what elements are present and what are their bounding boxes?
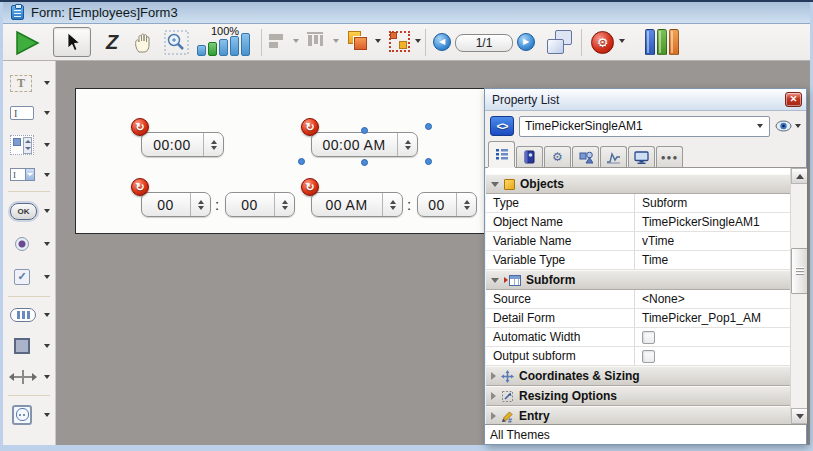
- palette-splitter[interactable]: [3, 361, 55, 392]
- scroll-up-button[interactable]: [791, 168, 807, 184]
- subform-dropdown-arrow-icon[interactable]: [44, 413, 50, 417]
- property-list-titlebar[interactable]: Property List ✕: [485, 89, 806, 111]
- previous-page-button[interactable]: ◀: [433, 33, 451, 51]
- palette-radio-button[interactable]: [3, 227, 55, 260]
- tab-objects[interactable]: [572, 146, 599, 167]
- section-header-coordinates[interactable]: Coordinates & Sizing: [486, 366, 790, 386]
- property-value-object-name[interactable]: TimePickerSingleAM1: [634, 213, 790, 231]
- timepicker-widget-split-24h[interactable]: ↻ 00 : 00: [141, 192, 295, 217]
- move-tool-button[interactable]: [129, 28, 159, 57]
- zoom-bar-4[interactable]: [230, 36, 239, 56]
- palette-text-input[interactable]: I: [3, 98, 55, 128]
- code-editor-icon[interactable]: <>: [490, 116, 514, 136]
- property-value-source[interactable]: <None>: [634, 290, 790, 308]
- palette-combo-box[interactable]: I: [3, 161, 55, 188]
- library-button[interactable]: [645, 29, 679, 55]
- zoom-bar-5[interactable]: [241, 33, 250, 56]
- palette-subform[interactable]: [3, 399, 55, 430]
- group-dropdown-arrow-icon[interactable]: [415, 39, 421, 43]
- window-titlebar[interactable]: Form: [Employees]Form3: [3, 2, 810, 24]
- static-text-dropdown-arrow-icon[interactable]: [44, 81, 50, 85]
- tab-settings[interactable]: ⚙: [544, 146, 571, 167]
- palette-checkbox[interactable]: ✓: [3, 260, 55, 293]
- timepicker-widget-split-am[interactable]: ↻ 00 AM : 00: [311, 192, 477, 217]
- palette-button-grid[interactable]: [3, 300, 55, 330]
- zoom-bar-1[interactable]: [197, 45, 206, 56]
- combo-box-dropdown-arrow-icon[interactable]: [44, 173, 50, 177]
- splitter-dropdown-arrow-icon[interactable]: [44, 375, 50, 379]
- text-input-dropdown-arrow-icon[interactable]: [44, 111, 50, 115]
- distribution-dropdown-arrow-icon[interactable]: [333, 39, 339, 43]
- page-indicator-field[interactable]: 1/1: [455, 34, 513, 52]
- group-menu-button[interactable]: [389, 31, 410, 52]
- alignment-dropdown-arrow-icon[interactable]: [293, 39, 299, 43]
- list-box-dropdown-arrow-icon[interactable]: [44, 143, 50, 147]
- select-tool-button[interactable]: [53, 27, 91, 57]
- zoom-bar-current[interactable]: [208, 42, 217, 56]
- stepper-arrows-icon[interactable]: [274, 193, 294, 216]
- scrollbar-thumb[interactable]: [791, 248, 807, 294]
- button-dropdown-arrow-icon[interactable]: [44, 209, 50, 213]
- stepper-arrows-icon[interactable]: [190, 193, 210, 216]
- selection-handle-top-right[interactable]: [425, 123, 432, 130]
- alignment-menu-button[interactable]: [269, 33, 285, 47]
- section-header-objects[interactable]: Objects: [486, 174, 790, 194]
- hours-stepper[interactable]: 00: [141, 192, 211, 217]
- property-value-type[interactable]: Subform: [634, 194, 790, 212]
- checkbox-dropdown-arrow-icon[interactable]: [44, 275, 50, 279]
- palette-list-box[interactable]: [3, 128, 55, 161]
- section-header-entry[interactable]: # Entry: [486, 406, 790, 424]
- palette-button[interactable]: OK: [3, 195, 55, 227]
- level-dropdown-arrow-icon[interactable]: [375, 39, 381, 43]
- palette-rectangle[interactable]: [3, 330, 55, 361]
- selection-handle-top-center[interactable]: [361, 127, 368, 134]
- button-grid-dropdown-arrow-icon[interactable]: [44, 313, 50, 317]
- tab-events[interactable]: [600, 146, 627, 167]
- zoom-level-control[interactable]: 100%: [193, 25, 257, 59]
- tab-more[interactable]: ●●●: [656, 146, 683, 167]
- close-icon[interactable]: ✕: [785, 92, 802, 107]
- section-header-resizing[interactable]: Resizing Options: [486, 386, 790, 406]
- property-scrollbar[interactable]: [790, 168, 807, 424]
- themes-filter-bar[interactable]: All Themes: [485, 424, 806, 444]
- stepper-arrows-icon[interactable]: [397, 133, 417, 156]
- timepicker-widget-24h[interactable]: ↻ 00:00: [141, 132, 224, 157]
- distribution-menu-button[interactable]: [307, 32, 325, 46]
- property-value-detail-form[interactable]: TimePicker_Pop1_AM: [634, 309, 790, 327]
- property-value-variable-name[interactable]: vTime: [634, 232, 790, 250]
- radio-dropdown-arrow-icon[interactable]: [44, 242, 50, 246]
- selection-handle-bottom-center[interactable]: [361, 159, 368, 166]
- zoom-tool-button[interactable]: [161, 28, 191, 57]
- timepicker-widget-am-selected[interactable]: ↻ 00:00 AM: [311, 132, 418, 157]
- tab-property-list[interactable]: [488, 141, 515, 167]
- stepper-arrows-icon[interactable]: [203, 133, 223, 156]
- selected-object-combobox[interactable]: TimePickerSingleAM1: [519, 116, 770, 137]
- palette-static-text[interactable]: T: [3, 68, 55, 98]
- stepper-arrows-icon[interactable]: [382, 193, 402, 216]
- zoom-bar-3[interactable]: [219, 39, 228, 56]
- hours-am-stepper[interactable]: 00 AM: [311, 192, 403, 217]
- tab-database[interactable]: [516, 146, 543, 167]
- level-menu-button[interactable]: [347, 30, 369, 52]
- rectangle-dropdown-arrow-icon[interactable]: [44, 344, 50, 348]
- selection-handle-bottom-left[interactable]: [298, 158, 305, 165]
- stepper-arrows-icon[interactable]: [456, 193, 476, 216]
- property-value-variable-type[interactable]: Time: [634, 251, 790, 269]
- next-page-button[interactable]: ▶: [517, 33, 535, 51]
- object-actions-button[interactable]: ⚙: [591, 31, 614, 54]
- tab-display[interactable]: [628, 146, 655, 167]
- view-filter-control[interactable]: [775, 120, 801, 132]
- form-pages-button[interactable]: [547, 30, 573, 54]
- entry-order-tool-button[interactable]: Z: [97, 28, 127, 57]
- section-header-subform[interactable]: Subform: [486, 270, 790, 290]
- form-design-area[interactable]: ↻ 00:00 ↻ 00:00 AM ↻ 00 : 00 ↻: [75, 88, 486, 234]
- execute-form-button[interactable]: [11, 28, 43, 57]
- actions-dropdown-arrow-icon[interactable]: [619, 39, 625, 43]
- automatic-width-checkbox[interactable]: [642, 331, 655, 344]
- scroll-down-button[interactable]: [791, 408, 807, 424]
- minutes-stepper[interactable]: 00: [225, 192, 295, 217]
- selection-handle-bottom-right[interactable]: [425, 158, 432, 165]
- time-stepper[interactable]: 00:00 AM: [311, 132, 418, 157]
- minutes-stepper[interactable]: 00: [417, 192, 477, 217]
- output-subform-checkbox[interactable]: [642, 350, 655, 363]
